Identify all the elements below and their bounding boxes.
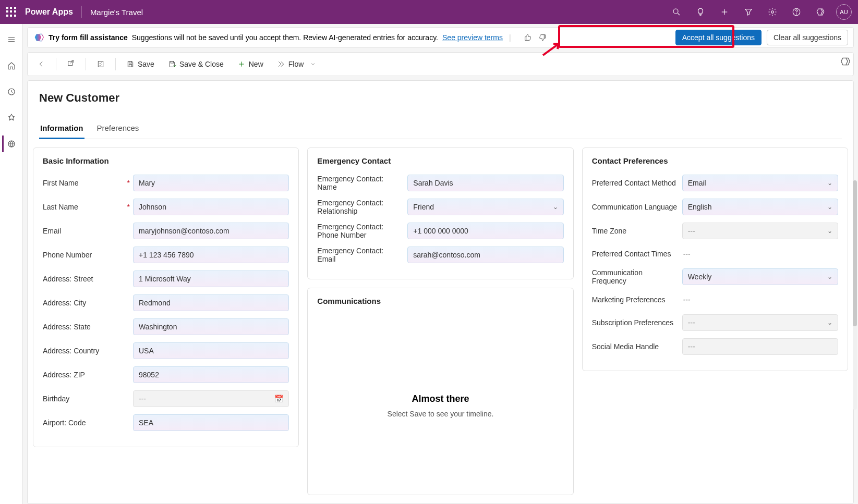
thumbs-down-icon[interactable] (536, 31, 549, 44)
label-ec-name: Emergency Contact: Name (317, 175, 403, 191)
basic-info-section: Basic Information First NameMary Last Na… (33, 147, 299, 447)
input-zip[interactable]: 98052 (133, 366, 289, 383)
save-close-button[interactable]: Save & Close (163, 55, 229, 73)
input-country[interactable]: USA (133, 342, 289, 359)
app-title: Power Apps (25, 7, 73, 17)
tab-preferences[interactable]: Preferences (96, 119, 140, 139)
input-city[interactable]: Redmond (133, 294, 289, 311)
thumbs-up-icon[interactable] (522, 31, 534, 44)
entity-icon[interactable] (2, 136, 19, 152)
contact-preferences-section: Contact Preferences Preferred Contact Me… (582, 147, 848, 371)
input-language[interactable]: English⌄ (682, 199, 838, 215)
label-ec-email: Emergency Contact: Email (317, 247, 403, 263)
form-fill-banner: Try form fill assistance Suggestions wil… (27, 27, 854, 48)
chevron-down-icon[interactable]: ⌄ (827, 319, 832, 326)
checklist-button[interactable] (91, 55, 110, 73)
label-social: Social Media Handle (592, 342, 678, 351)
add-icon[interactable] (716, 4, 733, 20)
label-birthday: Birthday (43, 395, 129, 403)
input-ec-relationship[interactable]: Friend⌄ (407, 199, 563, 215)
input-phone[interactable]: +1 123 456 7890 (133, 247, 289, 263)
lightbulb-icon[interactable] (692, 4, 709, 20)
value-marketing[interactable]: --- (682, 292, 692, 307)
input-airport[interactable]: SEA (133, 414, 289, 431)
svg-rect-14 (129, 62, 131, 63)
home-icon[interactable] (3, 57, 20, 74)
label-phone: Phone Number (43, 251, 129, 259)
flow-button[interactable]: Flow (272, 55, 322, 73)
emergency-contact-section: Emergency Contact Emergency Contact: Nam… (307, 147, 573, 279)
app-launcher-icon[interactable] (6, 7, 17, 17)
chevron-down-icon[interactable]: ⌄ (827, 273, 832, 280)
label-method: Preferred Contact Method (592, 179, 678, 187)
tab-information[interactable]: Information (39, 119, 84, 139)
input-first-name[interactable]: Mary (133, 175, 289, 191)
communications-heading: Almost there (412, 394, 469, 404)
chevron-down-icon[interactable]: ⌄ (827, 227, 832, 235)
input-email[interactable]: maryjohnson@contoso.com (133, 223, 289, 239)
communications-section: Communications Almost there Select Save … (307, 288, 573, 495)
input-state[interactable]: Washington (133, 318, 289, 335)
chevron-down-icon[interactable]: ⌄ (827, 179, 832, 187)
recent-icon[interactable] (3, 83, 20, 100)
input-last-name[interactable]: Johnson (133, 199, 289, 215)
label-ec-phone: Emergency Contact: Phone Number (317, 223, 403, 239)
user-avatar[interactable]: AU (836, 4, 852, 20)
value-times[interactable]: --- (682, 247, 692, 261)
scrollbar-thumb[interactable] (853, 180, 857, 326)
input-ec-name[interactable]: Sarah Davis (407, 175, 563, 191)
clear-all-button[interactable]: Clear all suggestions (767, 30, 848, 45)
chevron-down-icon (310, 60, 316, 68)
label-zip: Address: ZIP (43, 371, 129, 379)
accept-all-button[interactable]: Accept all suggestions (675, 30, 762, 45)
open-record-button[interactable] (62, 55, 80, 73)
communications-text: Select Save to see your timeline. (388, 410, 494, 418)
label-country: Address: Country (43, 347, 129, 355)
new-button[interactable]: New (232, 55, 269, 73)
global-header: Power Apps Margie's Travel AU (0, 0, 858, 24)
help-icon[interactable] (788, 4, 805, 20)
back-button[interactable] (32, 55, 51, 73)
label-airport: Airport: Code (43, 419, 129, 427)
copilot-side-icon[interactable] (838, 54, 853, 69)
settings-icon[interactable] (764, 4, 781, 20)
pin-icon[interactable] (3, 109, 20, 126)
input-subscription[interactable]: ---⌄ (682, 314, 838, 331)
svg-line-1 (678, 13, 680, 15)
input-ec-phone[interactable]: +1 000 000 0000 (407, 223, 563, 239)
form-body: Basic Information First NameMary Last Na… (28, 139, 853, 503)
chevron-down-icon[interactable]: ⌄ (827, 203, 832, 211)
input-birthday[interactable]: ---📅 (133, 390, 289, 407)
input-frequency[interactable]: Weekly⌄ (682, 268, 838, 285)
section-title: Contact Preferences (592, 156, 838, 165)
calendar-icon[interactable]: 📅 (274, 395, 283, 403)
input-street[interactable]: 1 Microsoft Way (133, 271, 289, 287)
label-ec-relationship: Emergency Contact: Relationship (317, 199, 403, 215)
input-ec-email[interactable]: sarah@contoso.com (407, 247, 563, 263)
label-state: Address: State (43, 323, 129, 331)
header-divider (81, 6, 82, 18)
input-social[interactable]: --- (682, 338, 838, 355)
input-method[interactable]: Email⌄ (682, 175, 838, 191)
label-subscription: Subscription Preferences (592, 318, 678, 327)
label-frequency: Communication Frequency (592, 268, 678, 285)
input-timezone[interactable]: ---⌄ (682, 223, 838, 239)
main-content: Try form fill assistance Suggestions wil… (23, 24, 858, 504)
label-street: Address: Street (43, 275, 129, 283)
svg-point-4 (771, 11, 774, 14)
chevron-down-icon[interactable]: ⌄ (553, 203, 558, 211)
preview-terms-link[interactable]: See preview terms (442, 33, 503, 42)
left-nav-rail (0, 24, 23, 504)
copilot-header-icon[interactable] (812, 4, 829, 20)
save-button[interactable]: Save (121, 55, 160, 73)
section-title: Emergency Contact (317, 156, 563, 165)
filter-icon[interactable] (740, 4, 757, 20)
environment-name[interactable]: Margie's Travel (90, 8, 143, 17)
label-first-name: First Name (43, 179, 129, 187)
search-icon[interactable] (668, 4, 685, 20)
label-email: Email (43, 227, 129, 235)
svg-point-6 (796, 14, 797, 14)
svg-rect-15 (129, 65, 131, 67)
banner-title: Try form fill assistance (49, 33, 128, 42)
menu-toggle-icon[interactable] (3, 31, 20, 48)
